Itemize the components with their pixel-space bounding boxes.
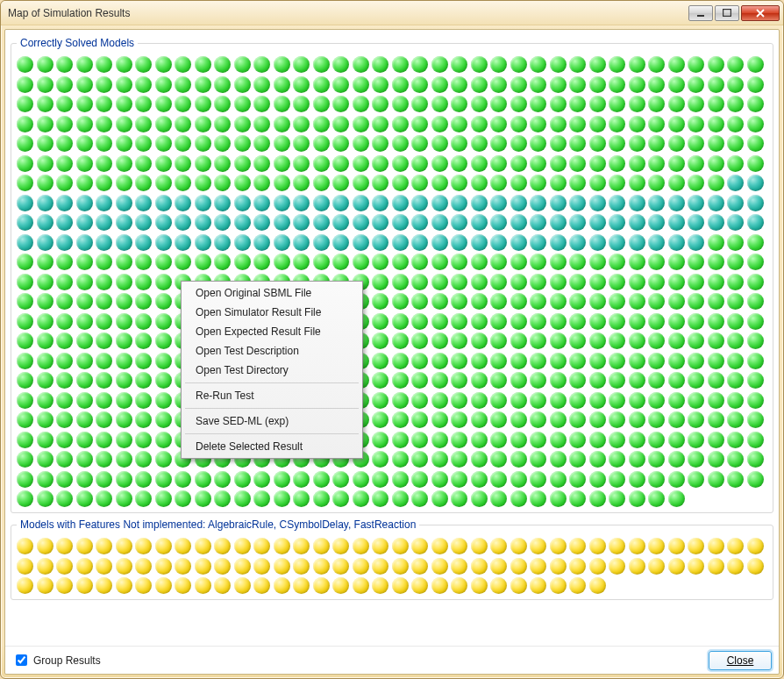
result-dot[interactable] [629, 135, 645, 152]
result-dot[interactable] [293, 254, 310, 270]
result-dot[interactable] [589, 195, 606, 211]
result-dot[interactable] [510, 558, 527, 575]
result-dot[interactable] [431, 254, 448, 270]
result-dot[interactable] [490, 234, 507, 251]
result-dot[interactable] [668, 214, 685, 231]
result-dot[interactable] [451, 353, 467, 369]
result-dot[interactable] [56, 96, 73, 112]
result-dot[interactable] [688, 471, 704, 488]
result-dot[interactable] [688, 135, 704, 152]
result-dot[interactable] [510, 538, 527, 554]
result-dot[interactable] [313, 116, 330, 132]
result-dot[interactable] [116, 332, 132, 349]
result-dot[interactable] [37, 451, 53, 468]
result-dot[interactable] [135, 116, 152, 132]
result-dot[interactable] [471, 558, 488, 575]
result-dot[interactable] [747, 538, 764, 554]
result-dot[interactable] [17, 155, 33, 172]
result-dot[interactable] [411, 116, 428, 132]
result-dot[interactable] [17, 490, 33, 507]
result-dot[interactable] [155, 175, 172, 191]
result-dot[interactable] [727, 254, 744, 270]
result-dot[interactable] [17, 372, 33, 389]
result-dot[interactable] [37, 293, 53, 310]
result-dot[interactable] [17, 274, 33, 290]
result-dot[interactable] [234, 116, 251, 132]
result-dot[interactable] [56, 274, 73, 290]
result-dot[interactable] [648, 332, 665, 349]
result-dot[interactable] [37, 116, 53, 132]
result-dot[interactable] [490, 372, 507, 389]
result-dot[interactable] [727, 432, 744, 448]
result-dot[interactable] [530, 313, 546, 330]
result-dot[interactable] [274, 234, 290, 251]
result-dot[interactable] [550, 558, 567, 575]
result-dot[interactable] [37, 195, 53, 211]
result-dot[interactable] [214, 195, 231, 211]
result-dot[interactable] [688, 353, 704, 369]
result-dot[interactable] [648, 451, 665, 468]
result-dot[interactable] [708, 372, 724, 389]
result-dot[interactable] [431, 195, 448, 211]
result-dot[interactable] [451, 116, 467, 132]
result-dot[interactable] [589, 155, 606, 172]
result-dot[interactable] [96, 195, 112, 211]
result-dot[interactable] [589, 353, 606, 369]
result-dot[interactable] [431, 353, 448, 369]
result-dot[interactable] [648, 234, 665, 251]
result-dot[interactable] [253, 155, 270, 172]
result-dot[interactable] [195, 471, 211, 488]
result-dot[interactable] [37, 471, 53, 488]
result-dot[interactable] [609, 214, 625, 231]
result-dot[interactable] [96, 76, 112, 93]
result-dot[interactable] [747, 56, 764, 73]
result-dot[interactable] [116, 274, 132, 290]
result-dot[interactable] [353, 577, 369, 594]
result-dot[interactable] [274, 471, 290, 488]
result-dot[interactable] [727, 353, 744, 369]
result-dot[interactable] [648, 254, 665, 270]
close-window-button[interactable] [741, 5, 780, 21]
result-dot[interactable] [648, 538, 665, 554]
menu-item[interactable]: Open Simulator Result File [183, 303, 360, 322]
result-dot[interactable] [648, 274, 665, 290]
result-dot[interactable] [175, 155, 191, 172]
result-dot[interactable] [96, 135, 112, 152]
result-dot[interactable] [708, 293, 724, 310]
result-dot[interactable] [313, 195, 330, 211]
result-dot[interactable] [451, 451, 467, 468]
result-dot[interactable] [96, 56, 112, 73]
result-dot[interactable] [708, 254, 724, 270]
result-dot[interactable] [530, 558, 546, 575]
result-dot[interactable] [589, 538, 606, 554]
result-dot[interactable] [431, 56, 448, 73]
result-dot[interactable] [727, 155, 744, 172]
result-dot[interactable] [431, 332, 448, 349]
result-dot[interactable] [56, 234, 73, 251]
result-dot[interactable] [76, 234, 93, 251]
result-dot[interactable] [431, 490, 448, 507]
result-dot[interactable] [727, 392, 744, 409]
result-dot[interactable] [490, 155, 507, 172]
result-dot[interactable] [56, 175, 73, 191]
result-dot[interactable] [274, 135, 290, 152]
result-dot[interactable] [569, 538, 586, 554]
result-dot[interactable] [668, 175, 685, 191]
result-dot[interactable] [550, 155, 567, 172]
result-dot[interactable] [668, 392, 685, 409]
result-dot[interactable] [353, 155, 369, 172]
result-dot[interactable] [195, 116, 211, 132]
result-dot[interactable] [550, 135, 567, 152]
result-dot[interactable] [195, 76, 211, 93]
result-dot[interactable] [17, 76, 33, 93]
result-dot[interactable] [392, 577, 409, 594]
result-dot[interactable] [510, 471, 527, 488]
result-dot[interactable] [629, 274, 645, 290]
result-dot[interactable] [688, 432, 704, 448]
result-dot[interactable] [688, 76, 704, 93]
result-dot[interactable] [569, 451, 586, 468]
result-dot[interactable] [56, 451, 73, 468]
result-dot[interactable] [175, 577, 191, 594]
result-dot[interactable] [451, 155, 467, 172]
minimize-button[interactable] [688, 5, 713, 21]
